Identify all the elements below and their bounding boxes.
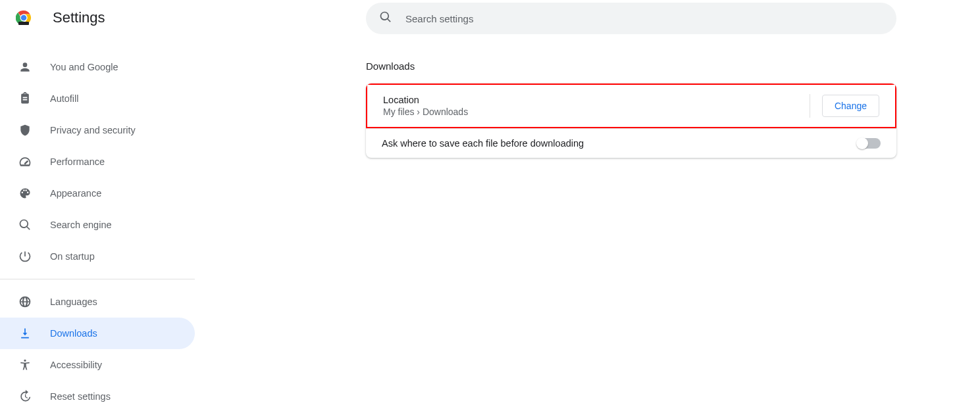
sidebar-item-label: You and Google	[50, 62, 118, 72]
speed-icon	[18, 155, 32, 168]
sidebar-item-label: Downloads	[50, 328, 97, 339]
downloads-card: Location My files › Downloads Change Ask…	[366, 84, 896, 158]
sidebar-item-label: Search engine	[50, 220, 112, 230]
sidebar-item-performance[interactable]: Performance	[0, 146, 195, 178]
shield-icon	[18, 124, 32, 137]
location-value: My files › Downloads	[383, 107, 468, 117]
sidebar-item-label: On startup	[50, 251, 95, 262]
sidebar-item-label: Performance	[50, 156, 105, 167]
sidebar-nav: You and Google Autofill Privacy and secu…	[0, 36, 195, 407]
location-label: Location	[383, 95, 468, 105]
location-row: Location My files › Downloads Change	[366, 84, 896, 129]
sidebar-header: Settings	[0, 0, 195, 36]
toggle-knob	[856, 137, 868, 149]
globe-icon	[18, 295, 32, 308]
clipboard-icon	[18, 92, 32, 105]
search-icon	[18, 218, 32, 231]
sidebar-item-downloads[interactable]: Downloads	[0, 318, 195, 349]
download-icon	[18, 327, 32, 340]
change-button[interactable]: Change	[822, 95, 879, 117]
sidebar-item-you-and-google[interactable]: You and Google	[0, 51, 195, 83]
sidebar-item-label: Privacy and security	[50, 125, 136, 135]
sidebar-item-label: Reset settings	[50, 391, 111, 402]
ask-where-toggle[interactable]	[857, 138, 881, 149]
nav-separator	[0, 279, 195, 279]
accessibility-icon	[18, 358, 32, 371]
svg-point-2	[21, 15, 27, 21]
sidebar-item-search-engine[interactable]: Search engine	[0, 209, 195, 241]
sidebar-item-accessibility[interactable]: Accessibility	[0, 349, 195, 381]
search-icon	[379, 11, 392, 26]
sidebar-item-reset[interactable]: Reset settings	[0, 381, 195, 407]
sidebar-item-label: Autofill	[50, 93, 79, 104]
power-icon	[18, 250, 32, 263]
main-content: Downloads Location My files › Downloads …	[195, 0, 980, 407]
sidebar-item-label: Accessibility	[50, 360, 102, 370]
section-title: Downloads	[366, 60, 896, 72]
search-input[interactable]	[404, 12, 883, 25]
sidebar-item-label: Appearance	[50, 188, 101, 199]
chrome-icon	[16, 10, 32, 26]
sidebar-item-languages[interactable]: Languages	[0, 286, 195, 318]
palette-icon	[18, 187, 32, 200]
sidebar-item-appearance[interactable]: Appearance	[0, 178, 195, 209]
divider	[810, 94, 810, 118]
sidebar: Settings You and Google Autofill Privacy…	[0, 0, 195, 407]
sidebar-item-privacy[interactable]: Privacy and security	[0, 114, 195, 146]
ask-where-label: Ask where to save each file before downl…	[382, 138, 584, 149]
svg-rect-3	[18, 22, 29, 25]
sidebar-item-autofill[interactable]: Autofill	[0, 83, 195, 114]
sidebar-item-label: Languages	[50, 297, 97, 307]
person-icon	[18, 60, 32, 74]
search-bar[interactable]	[366, 3, 896, 34]
history-icon	[18, 390, 32, 403]
sidebar-item-on-startup[interactable]: On startup	[0, 241, 195, 272]
page-title: Settings	[53, 9, 105, 26]
ask-where-row: Ask where to save each file before downl…	[366, 128, 896, 158]
